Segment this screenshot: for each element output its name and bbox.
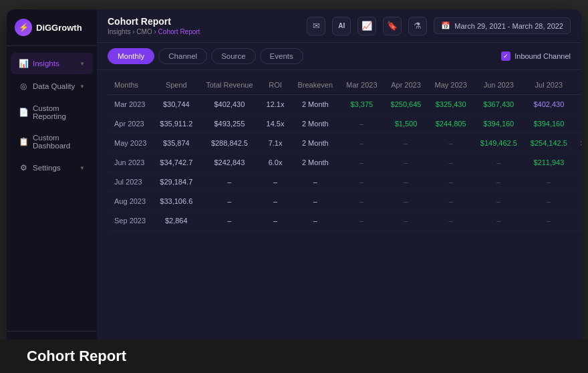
cell-spend: $33,106.6	[153, 192, 199, 211]
tab-events[interactable]: Events	[260, 48, 303, 64]
data-quality-icon: ◎	[19, 82, 28, 91]
cell-month: May 2023	[108, 134, 153, 153]
cell-jun: –	[474, 172, 524, 192]
cell-month: Mar 2023	[108, 95, 153, 114]
cell-spend: $29,184.7	[153, 172, 199, 192]
cell-month: Aug 2023	[108, 192, 153, 211]
chevron-icon: ▼	[80, 165, 85, 171]
date-range-picker[interactable]: 📅 March 29, 2021 - March 28, 2022	[434, 17, 571, 34]
cell-mar: –	[339, 211, 384, 231]
col-spend: Spend	[153, 76, 199, 95]
filter-icon-btn[interactable]: ⚗	[408, 17, 427, 35]
mail-icon-btn[interactable]: ✉	[307, 17, 325, 35]
cell-breakeven: –	[291, 192, 340, 211]
cell-mar: –	[339, 134, 384, 153]
settings-icon: ⚙	[19, 163, 28, 172]
cell-roi: –	[260, 211, 291, 231]
table-row: Mar 2023$30,744$402,43012.1x2 Month$3,37…	[108, 95, 581, 114]
sidebar-item-custom-dashboard[interactable]: 📋 Custom Dashboard	[11, 128, 93, 156]
logo-text: DiGGrowth	[36, 23, 82, 33]
sidebar-item-custom-reporting[interactable]: 📄 Custom Reporting	[11, 98, 93, 126]
logo: ⚡ DiGGrowth	[7, 9, 97, 46]
bottom-label-bar: Cohort Report	[0, 340, 588, 373]
insights-icon: 📊	[19, 59, 28, 68]
main-content: Cohort Report Insights › CMO › Cohort Re…	[97, 9, 581, 364]
cell-may: –	[428, 134, 473, 153]
cell-apr: –	[384, 134, 428, 153]
app-body: ⚡ DiGGrowth 📊 Insights ▼ ◎ Data Quality	[7, 9, 581, 364]
tab-channel[interactable]: Channel	[158, 48, 207, 64]
cell-apr: $250,645	[384, 95, 428, 114]
chart-icon-btn[interactable]: 📈	[357, 17, 376, 35]
cell-revenue: –	[199, 172, 259, 192]
cell-aug: –	[574, 211, 581, 231]
cell-jul: –	[524, 172, 574, 192]
cell-revenue: –	[199, 211, 259, 231]
custom-reporting-icon: 📄	[19, 108, 28, 117]
col-months: Months	[108, 76, 153, 95]
logo-icon: ⚡	[15, 19, 32, 36]
cell-roi: 14.5x	[260, 114, 291, 134]
topbar: Cohort Report Insights › CMO › Cohort Re…	[97, 9, 581, 43]
cell-breakeven: 2 Month	[291, 134, 340, 153]
table-row: Apr 2023$35,911.2$493,25514.5x2 Month–$1…	[108, 114, 581, 134]
tab-monthly[interactable]: Monthly	[108, 48, 154, 64]
bottom-label: Cohort Report	[13, 341, 140, 371]
cell-jun: –	[474, 211, 524, 231]
cell-aug: $242,843	[574, 153, 581, 172]
sidebar-label-custom-reporting: Custom Reporting	[33, 104, 85, 120]
cell-jun: $367,430	[474, 95, 524, 114]
table-body: Mar 2023$30,744$402,43012.1x2 Month$3,37…	[108, 95, 581, 231]
filter-tabs: Monthly Channel Source Events	[108, 48, 303, 64]
table-row: Sep 2023$2,864––––––––––	[108, 211, 581, 231]
cell-spend: $35,911.2	[153, 114, 199, 134]
col-aug2023: Aug 2023	[574, 76, 581, 95]
cell-jul: $211,943	[524, 153, 574, 172]
cell-month: Jun 2023	[108, 153, 153, 172]
chevron-icon: ▼	[80, 84, 85, 90]
sidebar-label-insights: Insights	[33, 59, 59, 68]
table-row: Jul 2023$29,184.7––––––––––	[108, 172, 581, 192]
cell-jul: $254,142.5	[524, 134, 574, 153]
date-range-text: March 29, 2021 - March 28, 2022	[454, 22, 563, 30]
cell-mar: –	[339, 153, 384, 172]
page-title: Cohort Report	[108, 16, 200, 27]
col-mar2023: Mar 2023	[339, 76, 384, 95]
channel-toggle[interactable]: ✓ Inbound Channel	[501, 51, 571, 61]
cell-apr: –	[384, 192, 428, 211]
cell-aug: –	[574, 172, 581, 192]
bookmark-icon-btn[interactable]: 🔖	[383, 17, 402, 35]
channel-label: Inbound Channel	[514, 52, 571, 60]
sidebar-item-settings[interactable]: ⚙ Settings ▼	[11, 157, 93, 178]
cell-breakeven: 2 Month	[291, 114, 340, 134]
cell-month: Jul 2023	[108, 172, 153, 192]
cell-apr: –	[384, 211, 428, 231]
cell-revenue: –	[199, 192, 259, 211]
cell-may: $325,430	[428, 95, 473, 114]
sidebar-item-insights[interactable]: 📊 Insights ▼	[11, 53, 93, 74]
channel-checkbox[interactable]: ✓	[501, 51, 510, 61]
cell-roi: –	[260, 172, 291, 192]
table-row: Jun 2023$34,742.7$242,8436.0x2 Month––––…	[108, 153, 581, 172]
calendar-icon: 📅	[441, 21, 450, 30]
sidebar-item-data-quality[interactable]: ◎ Data Quality ▼	[11, 76, 93, 97]
cell-jul: –	[524, 192, 574, 211]
cell-may: $244,805	[428, 114, 473, 134]
ai-icon-btn[interactable]: AI	[332, 17, 351, 35]
sidebar: ⚡ DiGGrowth 📊 Insights ▼ ◎ Data Quality	[7, 9, 97, 364]
col-jul2023: Jul 2023	[524, 76, 574, 95]
table-header-row: Months Spend Total Revenue ROI Breakeven…	[108, 76, 581, 95]
cell-jun: $394,160	[474, 114, 524, 134]
cell-breakeven: 2 Month	[291, 153, 340, 172]
table-container: Months Spend Total Revenue ROI Breakeven…	[97, 70, 581, 364]
cell-may: –	[428, 172, 473, 192]
cell-may: –	[428, 211, 473, 231]
cell-jun: $149,462.5	[474, 134, 524, 153]
cell-aug: $402,430	[574, 95, 581, 114]
table-row: May 2023$35,874$288,842.57.1x2 Month–––$…	[108, 134, 581, 153]
cell-jul: $394,160	[524, 114, 574, 134]
cell-aug: $288,842.5	[574, 134, 581, 153]
tab-source[interactable]: Source	[211, 48, 255, 64]
cell-spend: $35,874	[153, 134, 199, 153]
col-may2023: May 2023	[428, 76, 473, 95]
